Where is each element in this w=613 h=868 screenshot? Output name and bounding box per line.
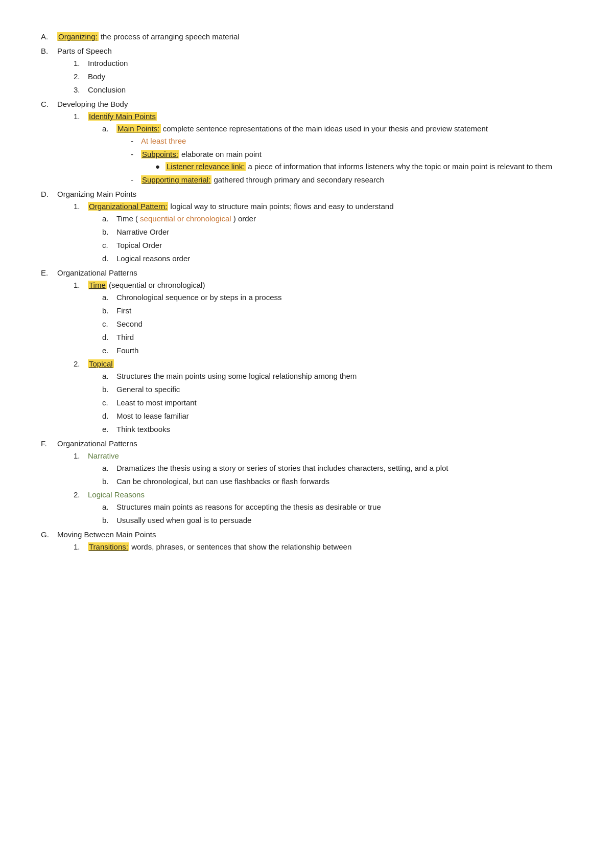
outline-level-alpha: A. Organizing: the process of arranging … <box>41 31 572 553</box>
section-E-2-e: e. Think textbooks <box>102 423 572 436</box>
section-E-1-alpha: a. Chronological sequence or by steps in… <box>88 291 572 357</box>
section-C-1-a-content: Main Points: complete sentence represent… <box>116 124 488 133</box>
section-F-text: Organizational Patterns <box>57 439 137 448</box>
section-B-2: 2. Body <box>74 71 572 83</box>
section-E-1-b: b. First <box>102 305 572 317</box>
label-E-1-e: e. <box>102 345 109 357</box>
section-G-1-content: Transitions: words, phrases, or sentence… <box>88 542 351 551</box>
section-E-2-a-text: Structures the main points using some lo… <box>116 372 357 380</box>
label-F-2: 2. <box>74 489 80 501</box>
label-G-1: 1. <box>74 541 80 553</box>
main-points-term: Main Points: <box>116 124 161 133</box>
label-A: A. <box>41 31 48 43</box>
dash-label-2: - <box>131 148 133 161</box>
subpoints-text: elaborate on main point <box>181 150 262 158</box>
supporting-material-content: Supporting material: gathered through pr… <box>141 175 384 184</box>
section-F-2-b: b. Ususally used when goal is to persuad… <box>102 514 572 527</box>
section-B-2-text: Body <box>88 72 105 81</box>
section-B-list: 1. Introduction 2. Body 3. Conclusion <box>57 57 572 96</box>
label-F-1: 1. <box>74 450 80 462</box>
label-E-2-d: d. <box>102 410 109 422</box>
section-E-1-content: Time (sequential or chronological) <box>88 281 205 289</box>
section-F-list: 1. Narrative a. Dramatizes the thesis us… <box>57 450 572 527</box>
label-C: C. <box>41 98 49 110</box>
section-F-2-b-text: Ususally used when goal is to persuade <box>116 516 251 524</box>
section-B-3-text: Conclusion <box>88 85 126 94</box>
logical-reasons-term: Logical Reasons <box>88 490 145 499</box>
dash-supporting-material: - Supporting material: gathered through … <box>131 174 572 186</box>
section-D-list: 1. Organizational Pattern: logical way t… <box>57 200 572 265</box>
section-E-1-d-text: Third <box>116 333 134 341</box>
section-E: E. Organizational Patterns 1. Time (sequ… <box>41 267 572 436</box>
section-D-1-alpha: a. Time ( sequential or chronological ) … <box>88 213 572 265</box>
label-D-1-c: c. <box>102 239 108 252</box>
subpoints-bullets: ● Listener relevance link: a piece of in… <box>141 161 572 173</box>
time-term: Time <box>88 281 107 289</box>
label-E-1-b: b. <box>102 305 109 317</box>
label-E-1-d: d. <box>102 331 109 344</box>
listener-relevance-content: Listener relevance link: a piece of info… <box>166 162 552 171</box>
label-D-1-b: b. <box>102 226 109 238</box>
section-E-2-alpha: a. Structures the main points using some… <box>88 370 572 436</box>
section-E-2-a: a. Structures the main points using some… <box>102 370 572 382</box>
listener-relevance-term: Listener relevance link: <box>166 162 246 171</box>
section-E-1-a: a. Chronological sequence or by steps in… <box>102 291 572 304</box>
section-D-1-c: c. Topical Order <box>102 239 572 252</box>
section-C-1-a-dashes: - At least three - Subpoints: elaborate … <box>116 135 572 186</box>
section-C-text: Developing the Body <box>57 100 128 108</box>
section-F-1-alpha: a. Dramatizes the thesis using a story o… <box>88 462 572 488</box>
topical-term: Topical <box>88 359 114 368</box>
section-D: D. Organizing Main Points 1. Organizatio… <box>41 188 572 265</box>
section-G-text: Moving Between Main Points <box>57 530 156 539</box>
supporting-material-term: Supporting material: <box>141 175 211 184</box>
section-E-2-b-text: General to specific <box>116 385 180 394</box>
dash-subpoints: - Subpoints: elaborate on main point ● <box>131 148 572 173</box>
section-D-1-b-text: Narrative Order <box>116 227 169 236</box>
section-B-1-text: Introduction <box>88 59 128 67</box>
bullet-listener-relevance: ● Listener relevance link: a piece of in… <box>155 161 572 173</box>
section-D-1-text: logical way to structure main points; fl… <box>171 202 394 211</box>
label-E: E. <box>41 267 48 279</box>
label-F-2-b: b. <box>102 514 109 527</box>
section-F-2-a: a. Structures main points as reasons for… <box>102 501 572 513</box>
section-F-1-a: a. Dramatizes the thesis using a story o… <box>102 462 572 474</box>
section-C-1-alpha: a. Main Points: complete sentence repres… <box>88 123 572 186</box>
transitions-term: Transitions: <box>88 542 129 551</box>
section-C-list: 1. Identify Main Points a. Main Points: … <box>57 110 572 186</box>
section-B-3: 3. Conclusion <box>74 84 572 96</box>
label-B: B. <box>41 45 48 57</box>
section-C-1-a: a. Main Points: complete sentence repres… <box>102 123 572 186</box>
label-C-1: 1. <box>74 110 80 123</box>
section-D-1-c-text: Topical Order <box>116 241 162 249</box>
section-G-1: 1. Transitions: words, phrases, or sente… <box>74 541 572 553</box>
label-B-3: 3. <box>74 84 80 96</box>
label-D-1-d: d. <box>102 253 109 265</box>
label-D: D. <box>41 188 49 200</box>
section-F-2-a-text: Structures main points as reasons for ac… <box>116 502 381 511</box>
narrative-term: Narrative <box>88 451 119 460</box>
section-G: G. Moving Between Main Points 1. Transit… <box>41 529 572 553</box>
sequential-text: sequential or chronological <box>140 214 231 223</box>
section-F: F. Organizational Patterns 1. Narrative … <box>41 438 572 527</box>
section-E-2-e-text: Think textbooks <box>116 425 170 433</box>
section-F-1-a-text: Dramatizes the thesis using a story or s… <box>116 464 448 472</box>
section-D-text: Organizing Main Points <box>57 190 136 198</box>
section-G-1-text: words, phrases, or sentences that show t… <box>131 542 351 551</box>
section-B-text: Parts of Speech <box>57 47 112 55</box>
label-B-1: 1. <box>74 57 80 70</box>
label-B-2: 2. <box>74 71 80 83</box>
section-E-list: 1. Time (sequential or chronological) a.… <box>57 279 572 436</box>
section-E-2: 2. Topical a. Structures the main points… <box>74 358 572 436</box>
label-E-1-c: c. <box>102 318 108 330</box>
org-pattern-term: Organizational Pattern: <box>88 202 168 211</box>
label-E-1-a: a. <box>102 291 109 304</box>
label-C-1-a: a. <box>102 123 109 135</box>
supporting-material-text: gathered through primary and secondary r… <box>214 175 384 184</box>
section-F-1: 1. Narrative a. Dramatizes the thesis us… <box>74 450 572 488</box>
section-E-2-c-text: Least to most important <box>116 398 197 407</box>
label-F-1-a: a. <box>102 462 109 474</box>
dash-label-3: - <box>131 174 133 186</box>
section-E-1-text: (sequential or chronological) <box>109 281 205 289</box>
label-D-1-a: a. <box>102 213 109 225</box>
section-E-1-e-text: Fourth <box>116 346 138 355</box>
